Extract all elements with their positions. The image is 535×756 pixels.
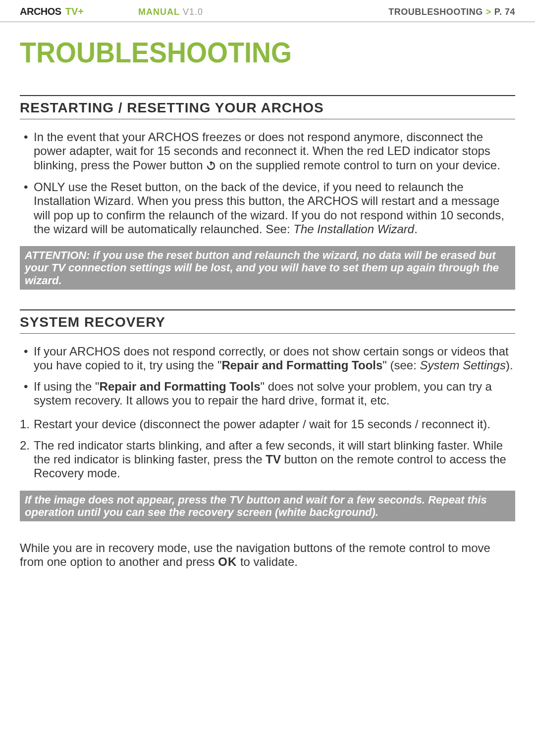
body-paragraph: While you are in recovery mode, use the … (20, 541, 515, 569)
list-item: In the event that your ARCHOS freezes or… (20, 130, 515, 173)
body-text-bold: Repair and Formatting Tools (221, 358, 382, 372)
body-text: If using the " (34, 380, 100, 393)
attention-callout: ATTENTION: if you use the reset button a… (20, 246, 515, 290)
body-text-bold: Repair and Formatting Tools (100, 380, 261, 393)
section-title-system-recovery: SYSTEM RECOVERY (20, 313, 515, 334)
list-item: The red indicator starts blinking, and a… (20, 439, 515, 481)
body-text: Restart your device (disconnect the powe… (34, 417, 490, 431)
page-title: TROUBLESHOOTING (20, 36, 515, 68)
page-header: ARCHOS TV+ MANUAL V1.0 TROUBLESHOOTING >… (0, 0, 535, 22)
list-item: If using the "Repair and Formatting Tool… (20, 380, 515, 408)
brand-sub: TV+ (65, 6, 84, 17)
bullet-list: If your ARCHOS does not respond correctl… (20, 345, 515, 407)
section-rule (20, 95, 515, 96)
brand-block: ARCHOS TV+ (20, 6, 84, 17)
header-page: P. 74 (494, 7, 515, 17)
numbered-list: Restart your device (disconnect the powe… (20, 417, 515, 480)
power-icon (206, 159, 216, 173)
header-right: TROUBLESHOOTING > P. 74 (388, 7, 515, 17)
body-text: to validate. (237, 555, 298, 568)
body-text: " (see: (382, 358, 420, 372)
manual-version: V1.0 (183, 7, 203, 17)
page-content: TROUBLESHOOTING RESTARTING / RESETTING Y… (0, 22, 535, 589)
header-section: TROUBLESHOOTING (388, 7, 483, 17)
header-arrow-icon: > (486, 7, 491, 17)
list-item: Restart your device (disconnect the powe… (20, 417, 515, 431)
list-item: If your ARCHOS does not respond correctl… (20, 345, 515, 373)
body-text: on the supplied remote control to turn o… (216, 158, 500, 172)
body-text: ONLY use the Reset button, on the back o… (34, 180, 504, 236)
list-item: ONLY use the Reset button, on the back o… (20, 180, 515, 236)
manual-block: MANUAL V1.0 (138, 7, 203, 17)
brand-main: ARCHOS (20, 6, 61, 17)
info-callout: If the image does not appear, press the … (20, 491, 515, 522)
section-rule (20, 309, 515, 310)
body-text: ). (506, 358, 513, 372)
body-text: . (414, 222, 418, 236)
body-text-bold: TV (266, 453, 281, 466)
body-text-italic: System Settings (420, 358, 506, 372)
body-text-italic: The Installation Wizard (293, 222, 414, 236)
section-title-restarting: RESTARTING / RESETTING YOUR ARCHOS (20, 99, 515, 119)
manual-label: MANUAL (138, 7, 180, 17)
ok-button-glyph: OK (218, 555, 237, 568)
bullet-list: In the event that your ARCHOS freezes or… (20, 130, 515, 236)
